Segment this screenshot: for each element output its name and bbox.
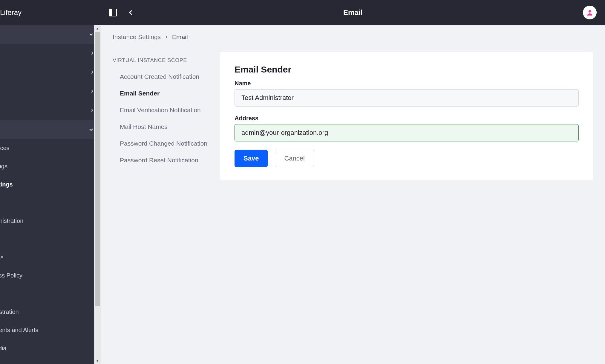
sidebar-item-label: Administration — [0, 309, 19, 315]
sidebar-item-label: n Settings — [0, 163, 7, 170]
sidebar-item[interactable]: l Instances — [0, 139, 101, 157]
chevron-right-icon — [164, 35, 169, 39]
scroll-track[interactable] — [94, 32, 101, 357]
breadcrumb: Instance Settings Email — [113, 33, 220, 41]
brand-text: Liferay — [0, 8, 22, 17]
scope-item-label: Mail Host Names — [120, 123, 168, 130]
scope-item-label: Password Changed Notification — [120, 140, 207, 147]
sidebar-collapsed-item[interactable] — [0, 44, 101, 63]
form-actions: Save Cancel — [235, 150, 579, 167]
chevron-down-icon — [88, 126, 95, 133]
topbar-left — [109, 9, 134, 16]
chevron-down-icon — [88, 31, 95, 38]
name-label: Name — [235, 80, 579, 87]
sidebar-item[interactable]: Shell — [0, 285, 101, 303]
scope-item[interactable]: Password Reset Notification — [113, 157, 220, 164]
breadcrumb-current: Email — [172, 33, 188, 41]
sidebar-item-instance-settings[interactable]: ce Settings — [0, 175, 101, 194]
sidebar-item[interactable]: e Access Policy — [0, 266, 101, 285]
scope-item[interactable]: Password Changed Notification — [113, 140, 220, 147]
form-card: Email Sender Name Address Save Cancel — [220, 52, 593, 180]
form-heading: Email Sender — [235, 64, 579, 75]
sidebar-collapsed-item[interactable] — [0, 82, 101, 101]
topbar: Email — [101, 0, 605, 25]
scope-item-label: Email Verification Notification — [120, 107, 201, 113]
sidebar-collapsed-item[interactable] — [0, 101, 101, 120]
back-button[interactable] — [127, 9, 134, 16]
sidebar-item-label: l Instances — [0, 145, 10, 152]
cancel-button[interactable]: Cancel — [275, 150, 314, 167]
scope-item-label: Password Reset Notification — [120, 157, 198, 164]
breadcrumb-parent[interactable]: Instance Settings — [113, 33, 161, 41]
scope-item[interactable]: Account Created Notification — [113, 73, 220, 80]
content: Instance Settings Email VIRTUAL INSTANCE… — [101, 25, 605, 364]
field-address: Address — [235, 115, 579, 141]
content-right: Email Sender Name Address Save Cancel — [220, 25, 605, 364]
sidebar-item-label: m Fields — [0, 254, 4, 261]
svg-point-0 — [589, 10, 591, 13]
scope-item[interactable]: Email Verification Notification — [113, 107, 220, 114]
sidebar-section-panel[interactable]: Panel — [0, 25, 101, 44]
sidebar-item[interactable]: uncements and Alerts — [0, 321, 101, 339]
content-left: Instance Settings Email VIRTUAL INSTANCE… — [101, 25, 220, 364]
sidebar-item-label: ive Media — [0, 345, 7, 352]
sidebar-item[interactable]: onents — [0, 194, 101, 212]
panel-toggle-icon[interactable] — [109, 9, 117, 16]
sidebar-item[interactable]: Administration — [0, 303, 101, 321]
address-input[interactable] — [235, 124, 579, 141]
sidebar-collapsed-item[interactable]: s — [0, 63, 101, 82]
sidebar: Liferay Panel s — [0, 0, 101, 364]
sidebar-content: Panel s — [0, 25, 101, 357]
scope-item-label: Email Sender — [120, 90, 160, 97]
scroll-up-icon[interactable]: ▲ — [94, 25, 101, 32]
scope-item-email-sender[interactable]: Email Sender — [113, 90, 220, 97]
address-label: Address — [235, 115, 579, 122]
avatar[interactable] — [583, 6, 597, 19]
main-area: Email Instance Settings Email VIRTUAL IN… — [101, 0, 605, 364]
scope-heading: VIRTUAL INSTANCE SCOPE — [113, 57, 220, 64]
sidebar-item[interactable]: 2 Administration — [0, 212, 101, 230]
sidebar-item[interactable]: n — [0, 230, 101, 248]
sidebar-item[interactable]: m Fields — [0, 248, 101, 266]
sidebar-item[interactable]: ive Media — [0, 339, 101, 357]
sidebar-item[interactable]: n Settings — [0, 157, 101, 175]
scope-item[interactable]: Mail Host Names — [113, 123, 220, 130]
sidebar-item-label: e Access Policy — [0, 272, 22, 279]
sidebar-item-label: ce Settings — [0, 181, 13, 188]
field-name: Name — [235, 80, 579, 107]
scroll-down-icon[interactable]: ▼ — [94, 357, 101, 364]
brand-title[interactable]: Liferay — [0, 0, 101, 25]
name-input[interactable] — [235, 89, 579, 107]
sidebar-section-ration[interactable]: ration — [0, 120, 101, 139]
scope-item-label: Account Created Notification — [120, 73, 199, 80]
sidebar-scrollbar[interactable]: ▲ ▼ — [94, 25, 101, 364]
sidebar-item-label: uncements and Alerts — [0, 327, 38, 334]
sidebar-item-label: 2 Administration — [0, 218, 23, 224]
scroll-thumb[interactable] — [95, 32, 100, 306]
save-button[interactable]: Save — [235, 150, 268, 167]
page-title: Email — [343, 8, 362, 17]
user-icon — [586, 9, 593, 16]
